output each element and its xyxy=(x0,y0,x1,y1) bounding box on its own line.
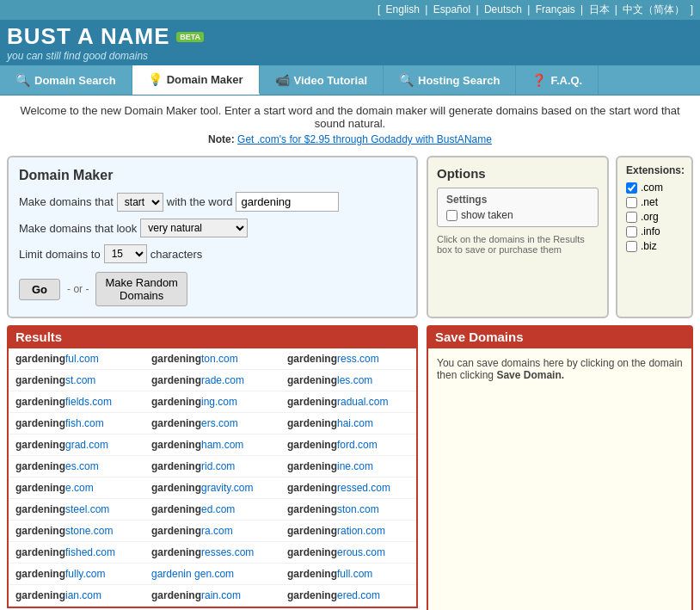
lang-deutsch[interactable]: Deutsch xyxy=(484,3,522,15)
domain-item[interactable]: gardeningston.com xyxy=(280,499,416,521)
lang-espanol[interactable]: Español xyxy=(433,3,470,15)
domain-item[interactable]: gardeningfields.com xyxy=(9,391,144,413)
domain-item[interactable]: gardeninghai.com xyxy=(280,413,416,434)
domain-item[interactable]: gardeningfull.com xyxy=(280,564,416,585)
domain-item[interactable]: gardeningered.com xyxy=(280,585,416,607)
ext-biz-label: .biz xyxy=(641,240,657,252)
domain-item[interactable]: gardeninggrad.com xyxy=(9,434,144,456)
nav-video-tutorial-label: Video Tutorial xyxy=(294,74,367,87)
ext-com-label: .com xyxy=(641,182,663,194)
ext-org-label: .org xyxy=(641,211,659,223)
hosting-search-icon: 🔍 xyxy=(399,73,414,87)
nav-hosting-search[interactable]: 🔍 Hosting Search xyxy=(384,65,516,95)
domain-item[interactable]: gardeningles.com xyxy=(280,370,416,391)
domain-item[interactable]: gardeningresses.com xyxy=(144,542,280,564)
domain-item[interactable]: gardenington.com xyxy=(144,348,280,370)
show-taken-checkbox[interactable] xyxy=(446,210,457,221)
lang-chinese[interactable]: 中文（简体） xyxy=(623,3,685,15)
domain-item[interactable]: gardeningford.com xyxy=(280,434,416,456)
settings-box: Settings show taken xyxy=(437,188,599,227)
note-prefix: Note: xyxy=(208,133,235,145)
domain-item[interactable]: gardeninges.com xyxy=(9,456,144,478)
limit-select[interactable]: 10 12 15 20 25 any xyxy=(104,244,147,263)
nav-faq[interactable]: ❓ F.A.Q. xyxy=(516,65,599,95)
domain-item[interactable]: gardeningian.com xyxy=(9,585,144,607)
ext-net: .net xyxy=(626,196,683,208)
ext-net-checkbox[interactable] xyxy=(626,197,637,208)
ext-com-checkbox[interactable] xyxy=(626,182,637,194)
domain-item[interactable]: gardeningers.com xyxy=(144,413,280,434)
domain-item[interactable]: gardeningsteel.com xyxy=(9,499,144,521)
domain-item[interactable]: gardeningressed.com xyxy=(280,478,416,499)
options-note: Click on the domains in the Results box … xyxy=(437,234,599,255)
main-nav: 🔍 Domain Search 💡 Domain Maker 📹 Video T… xyxy=(0,65,700,96)
domain-item[interactable]: gardeninged.com xyxy=(144,499,280,521)
ext-biz-checkbox[interactable] xyxy=(626,241,637,252)
nav-domain-maker[interactable]: 💡 Domain Maker xyxy=(132,65,260,95)
domain-item[interactable]: gardeningfish.com xyxy=(9,413,144,434)
ext-biz: .biz xyxy=(626,240,683,252)
maker-buttons: Go - or - Make RandomDomains xyxy=(19,272,406,306)
or-label: - or - xyxy=(67,283,89,295)
domain-item[interactable]: gardeningress.com xyxy=(280,348,416,370)
row2-prefix: Make domains that look xyxy=(19,222,137,235)
ext-org-checkbox[interactable] xyxy=(626,212,637,223)
lang-francais[interactable]: Français xyxy=(536,3,575,15)
domain-item[interactable]: gardeningerous.com xyxy=(280,542,416,564)
results-body: gardeningful.comgardenington.comgardenin… xyxy=(7,348,418,608)
language-bar: [ English | Español | Deutsch | Français… xyxy=(0,0,700,20)
nav-domain-maker-label: Domain Maker xyxy=(167,73,243,86)
bottom-area: Results gardeningful.comgardenington.com… xyxy=(0,325,700,610)
domain-item[interactable]: gardeningham.com xyxy=(144,434,280,456)
welcome-text: Welcome to the new Domain Maker tool. En… xyxy=(17,104,683,130)
show-taken-label[interactable]: show taken xyxy=(446,209,589,221)
word-input[interactable] xyxy=(236,192,339,212)
domain-item[interactable]: gardeningradual.com xyxy=(280,391,416,413)
domain-item[interactable]: gardeningfully.com xyxy=(9,564,144,585)
nav-faq-label: F.A.Q. xyxy=(550,74,582,87)
domain-item[interactable]: gardeningrid.com xyxy=(144,456,280,478)
domain-item[interactable]: gardeningration.com xyxy=(280,521,416,542)
header: BUST A NAME BETA you can still find good… xyxy=(0,20,700,65)
nav-domain-search[interactable]: 🔍 Domain Search xyxy=(0,65,132,95)
nav-video-tutorial[interactable]: 📹 Video Tutorial xyxy=(260,65,384,95)
lang-japanese[interactable]: 日本 xyxy=(589,3,610,15)
go-button[interactable]: Go xyxy=(19,279,60,300)
natural-select[interactable]: very natural natural somewhat natural an… xyxy=(140,219,248,237)
domain-item[interactable]: gardeninggravity.com xyxy=(144,478,280,499)
domain-item[interactable]: gardeningrade.com xyxy=(144,370,280,391)
domain-item[interactable]: gardeningine.com xyxy=(280,456,416,478)
domain-item[interactable]: gardeninge.com xyxy=(9,478,144,499)
domain-item[interactable]: gardeninging.com xyxy=(144,391,280,413)
welcome-section: Welcome to the new Domain Maker tool. En… xyxy=(0,96,700,149)
random-button[interactable]: Make RandomDomains xyxy=(95,272,187,306)
domain-item[interactable]: gardeningstone.com xyxy=(9,521,144,542)
domain-item[interactable]: gardenin gen.com xyxy=(144,564,280,585)
logo-beta: BETA xyxy=(176,32,204,42)
options-panel: Options Settings show taken Click on the… xyxy=(427,156,693,318)
nav-hosting-search-label: Hosting Search xyxy=(418,74,500,87)
domain-item[interactable]: gardeningst.com xyxy=(9,370,144,391)
faq-icon: ❓ xyxy=(531,73,546,87)
options-title: Options xyxy=(437,166,599,181)
domain-item[interactable]: gardeningra.com xyxy=(144,521,280,542)
save-header: Save Domains xyxy=(427,325,693,348)
ext-info-checkbox[interactable] xyxy=(626,226,637,237)
lang-english[interactable]: English xyxy=(386,3,420,15)
domain-item[interactable]: gardeningfished.com xyxy=(9,542,144,564)
save-body: You can save domains here by clicking on… xyxy=(427,348,693,610)
start-select[interactable]: start end xyxy=(117,193,163,212)
godaddy-link[interactable]: Get .com's for $2.95 through Godaddy wit… xyxy=(237,133,492,145)
main-section: Domain Maker Make domains that start end… xyxy=(0,149,700,325)
maker-row-2: Make domains that look very natural natu… xyxy=(19,219,406,237)
results-section: Results gardeningful.comgardenington.com… xyxy=(7,325,418,610)
ext-org: .org xyxy=(626,211,683,223)
save-bold: Save Domain. xyxy=(496,369,564,381)
logo-tagline: you can still find good domains xyxy=(7,50,204,62)
row3-prefix: Limit domains to xyxy=(19,248,101,261)
ext-com: .com xyxy=(626,182,683,194)
domain-item[interactable]: gardeningrain.com xyxy=(144,585,280,607)
ext-info-label: .info xyxy=(641,225,660,237)
domain-search-icon: 🔍 xyxy=(15,73,30,87)
domain-item[interactable]: gardeningful.com xyxy=(9,348,144,370)
